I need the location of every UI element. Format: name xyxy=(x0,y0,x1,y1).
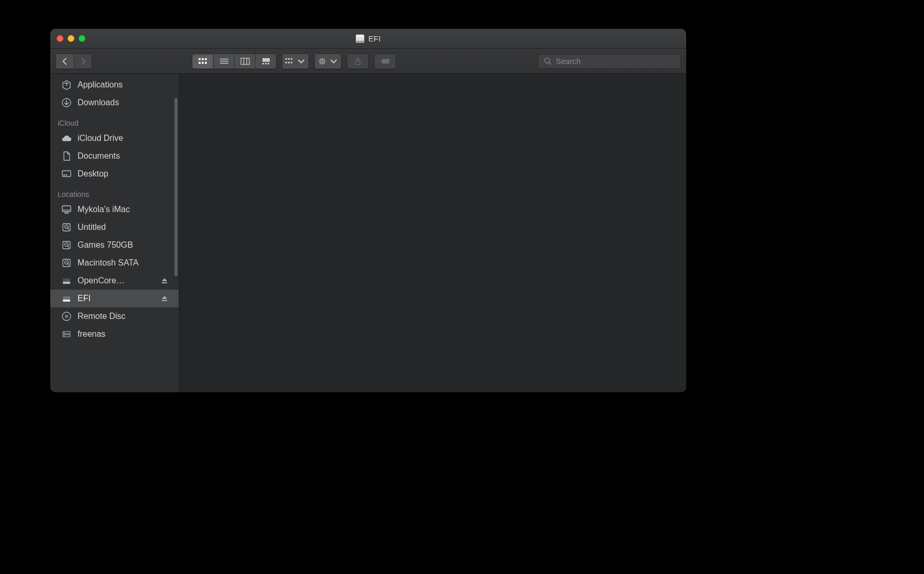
search-field[interactable] xyxy=(538,54,681,69)
forward-button[interactable] xyxy=(74,54,92,69)
gallery-view-button[interactable] xyxy=(255,54,276,69)
share-button[interactable] xyxy=(347,54,368,69)
svg-point-49 xyxy=(66,244,67,245)
window-body: Applications Downloads iCloud iCloud Dri… xyxy=(50,74,686,392)
sidebar-item-label: Downloads xyxy=(78,98,171,107)
imac-icon xyxy=(61,204,72,215)
column-view-button[interactable] xyxy=(234,54,255,69)
sidebar-item-label: Desktop xyxy=(78,169,171,179)
svg-point-45 xyxy=(66,226,67,227)
svg-rect-3 xyxy=(199,62,201,64)
svg-rect-21 xyxy=(291,62,292,63)
svg-rect-0 xyxy=(199,58,201,60)
svg-point-23 xyxy=(322,60,323,62)
sidebar-item-label: Remote Disc xyxy=(78,312,171,321)
share-button-group xyxy=(347,53,369,69)
cloud-icon xyxy=(61,133,72,144)
hdd-icon xyxy=(61,222,72,233)
sidebar-item-efi[interactable]: EFI xyxy=(50,290,179,307)
svg-rect-40 xyxy=(65,174,67,175)
sidebar-item-untitled[interactable]: Untitled xyxy=(50,218,179,236)
view-buttons xyxy=(192,53,277,69)
sidebar[interactable]: Applications Downloads iCloud iCloud Dri… xyxy=(50,74,179,392)
sidebar-item-label: Games 750GB xyxy=(78,240,171,250)
svg-point-65 xyxy=(64,332,65,333)
toolbar xyxy=(50,49,686,74)
group-by-button[interactable] xyxy=(282,54,309,69)
svg-rect-64 xyxy=(63,335,70,337)
nav-buttons xyxy=(56,53,92,69)
search-icon xyxy=(544,57,552,65)
svg-rect-20 xyxy=(288,62,290,63)
applications-icon xyxy=(61,79,72,91)
svg-point-66 xyxy=(64,335,65,336)
svg-rect-57 xyxy=(162,282,167,283)
sidebar-item-label: EFI xyxy=(78,294,156,303)
svg-line-29 xyxy=(324,63,325,64)
svg-rect-60 xyxy=(162,300,167,301)
close-button[interactable] xyxy=(57,35,63,42)
window-title: EFI xyxy=(356,34,380,43)
sidebar-item-freenas[interactable]: freenas xyxy=(50,325,179,343)
titlebar: EFI xyxy=(50,29,686,49)
sidebar-section-locations: Locations xyxy=(50,183,179,201)
svg-rect-16 xyxy=(285,58,287,60)
sidebar-item-remote-disc[interactable]: Remote Disc xyxy=(50,307,179,325)
svg-rect-13 xyxy=(262,63,264,64)
file-content-area[interactable] xyxy=(179,74,686,392)
desktop-icon xyxy=(61,168,72,180)
svg-point-53 xyxy=(66,262,67,263)
action-button[interactable] xyxy=(315,54,341,69)
finder-window: EFI xyxy=(50,29,686,392)
sidebar-item-macintosh-sata[interactable]: Macintosh SATA xyxy=(50,254,179,272)
svg-rect-19 xyxy=(285,62,287,63)
sidebar-section-icloud: iCloud xyxy=(50,112,179,129)
external-drive-icon xyxy=(61,275,72,286)
svg-line-28 xyxy=(320,59,321,60)
tags-button-group xyxy=(374,53,396,69)
scrollbar-thumb[interactable] xyxy=(174,98,178,276)
svg-line-35 xyxy=(549,62,551,64)
svg-rect-2 xyxy=(205,58,207,60)
svg-rect-38 xyxy=(62,171,71,176)
traffic-lights xyxy=(57,35,85,42)
sidebar-item-imac[interactable]: Mykola's iMac xyxy=(50,201,179,218)
svg-rect-8 xyxy=(220,63,228,64)
sidebar-item-label: Documents xyxy=(78,151,171,161)
maximize-button[interactable] xyxy=(79,35,85,42)
list-view-button[interactable] xyxy=(213,54,234,69)
sidebar-item-label: Macintosh SATA xyxy=(78,258,171,268)
documents-icon xyxy=(61,150,72,162)
sidebar-item-icloud-drive[interactable]: iCloud Drive xyxy=(50,129,179,147)
svg-rect-6 xyxy=(220,59,228,60)
svg-rect-41 xyxy=(62,206,71,212)
back-button[interactable] xyxy=(56,54,74,69)
sidebar-item-opencore[interactable]: OpenCore… xyxy=(50,272,179,290)
sidebar-item-desktop[interactable]: Desktop xyxy=(50,165,179,183)
minimize-button[interactable] xyxy=(68,35,74,42)
eject-button[interactable] xyxy=(161,277,168,284)
search-input[interactable] xyxy=(556,57,675,65)
edit-tags-button[interactable] xyxy=(375,54,395,69)
svg-rect-14 xyxy=(265,63,267,64)
sidebar-item-label: Mykola's iMac xyxy=(78,205,171,214)
sidebar-item-applications[interactable]: Applications xyxy=(50,76,179,94)
svg-rect-12 xyxy=(262,58,270,62)
sidebar-item-downloads[interactable]: Downloads xyxy=(50,94,179,112)
hdd-icon xyxy=(61,257,72,269)
svg-rect-17 xyxy=(288,58,290,60)
svg-line-30 xyxy=(320,63,321,64)
svg-rect-39 xyxy=(63,174,65,175)
svg-rect-56 xyxy=(63,282,70,284)
sidebar-item-documents[interactable]: Documents xyxy=(50,147,179,165)
sidebar-item-games[interactable]: Games 750GB xyxy=(50,236,179,254)
sidebar-item-label: iCloud Drive xyxy=(78,134,171,143)
svg-point-34 xyxy=(545,58,549,63)
group-button-group xyxy=(282,53,309,69)
eject-button[interactable] xyxy=(161,295,168,302)
icon-view-button[interactable] xyxy=(192,54,213,69)
svg-rect-9 xyxy=(241,58,249,64)
volume-icon xyxy=(356,35,364,43)
svg-rect-63 xyxy=(63,332,70,334)
external-drive-icon xyxy=(61,293,72,304)
